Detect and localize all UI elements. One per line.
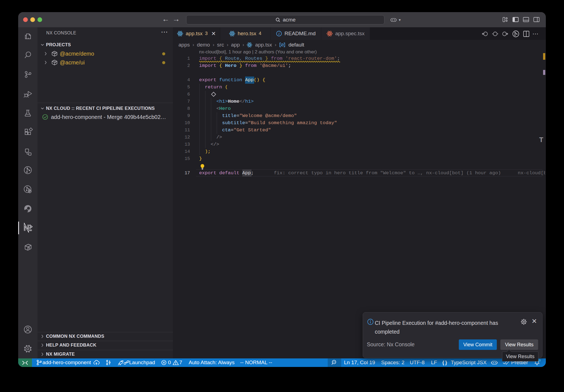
svg-text:i: i: [278, 32, 280, 36]
